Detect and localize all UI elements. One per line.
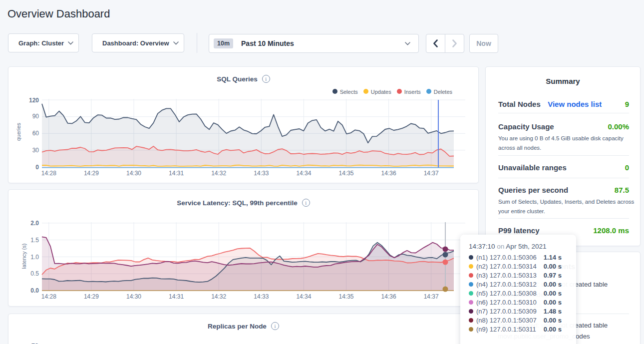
svg-text:14:36: 14:36 [381,170,396,177]
svg-text:0.5: 0.5 [30,270,39,277]
svg-text:14:36: 14:36 [381,293,396,300]
svg-text:0.0: 0.0 [30,287,39,294]
svg-text:1.5: 1.5 [30,237,39,244]
svg-text:latency (s): latency (s) [21,244,27,269]
svg-text:14:32: 14:32 [211,170,226,177]
svg-text:14:33: 14:33 [254,170,269,177]
svg-text:14:31: 14:31 [169,293,184,300]
svg-text:14:33: 14:33 [254,293,269,300]
svg-text:60: 60 [32,130,39,137]
svg-text:120: 120 [29,97,39,104]
svg-text:14:29: 14:29 [84,293,99,300]
svg-text:14:28: 14:28 [41,170,56,177]
svg-text:14:37: 14:37 [424,293,439,300]
svg-text:2.0: 2.0 [30,220,39,227]
svg-text:14:30: 14:30 [126,170,141,177]
svg-text:0: 0 [35,164,39,171]
svg-text:14:29: 14:29 [84,170,99,177]
svg-text:14:31: 14:31 [169,170,184,177]
svg-text:14:34: 14:34 [296,293,311,300]
svg-text:14:28: 14:28 [41,293,56,300]
svg-text:30: 30 [32,147,39,154]
svg-text:14:32: 14:32 [211,293,226,300]
svg-text:14:34: 14:34 [296,170,311,177]
svg-text:14:35: 14:35 [338,170,353,177]
svg-text:14:37: 14:37 [424,170,439,177]
svg-text:queries: queries [15,122,21,141]
svg-text:14:35: 14:35 [338,293,353,300]
svg-text:90: 90 [32,113,39,120]
svg-text:1.0: 1.0 [30,254,39,261]
svg-text:14:30: 14:30 [126,293,141,300]
